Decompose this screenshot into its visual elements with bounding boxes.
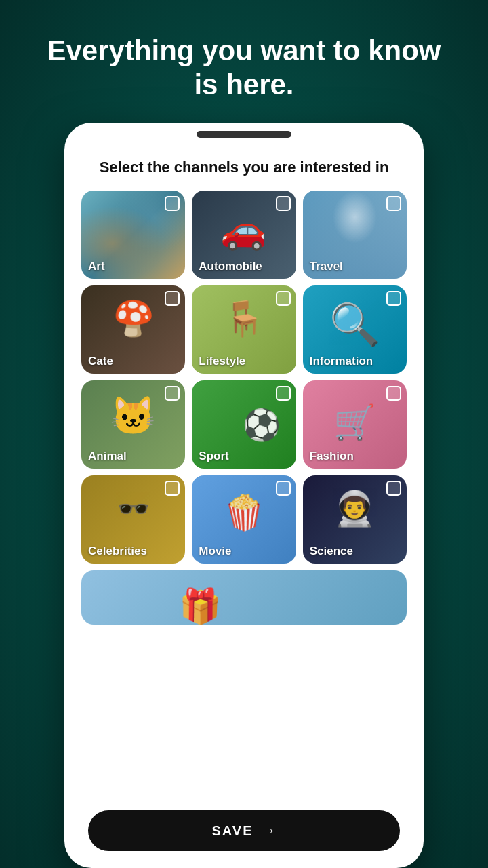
channel-card-lifestyle[interactable]: Lifestyle (192, 285, 296, 374)
channel-checkbox-automobile[interactable] (276, 196, 291, 211)
channel-card-fashion[interactable]: Fashion (303, 380, 407, 469)
channel-checkbox-sport[interactable] (276, 386, 291, 401)
channel-label-art: Art (81, 254, 112, 279)
channel-label-fashion: Fashion (303, 444, 361, 469)
channel-label-cate: Cate (81, 349, 120, 374)
channel-checkbox-lifestyle[interactable] (276, 291, 291, 306)
channel-checkbox-fashion[interactable] (386, 386, 401, 401)
channel-label-sport: Sport (192, 444, 235, 469)
channel-card-animal[interactable]: Animal (81, 380, 185, 469)
channel-card-information[interactable]: Information (303, 285, 407, 374)
phone-frame: Select the channels you are interested i… (64, 123, 424, 868)
channel-card-celebrities[interactable]: Celebrities (81, 475, 185, 564)
channel-card-cate[interactable]: Cate (81, 285, 185, 374)
channel-checkbox-movie[interactable] (276, 481, 291, 496)
header-text: Everything you want to know is here. (0, 0, 488, 123)
channel-label-movie: Movie (192, 539, 238, 564)
section-title: Select the channels you are interested i… (81, 158, 407, 178)
channel-label-information: Information (303, 349, 380, 374)
channel-label-science: Science (303, 539, 360, 564)
phone-notch (197, 131, 291, 138)
channel-label-lifestyle: Lifestyle (192, 349, 252, 374)
channel-card-science[interactable]: Science (303, 475, 407, 564)
channel-checkbox-celebrities[interactable] (165, 481, 180, 496)
channel-checkbox-cate[interactable] (165, 291, 180, 306)
channel-card-sport[interactable]: Sport (192, 380, 296, 469)
channel-label-animal: Animal (81, 444, 134, 469)
channels-grid: Art Automobile Travel Cate Lifestyle Inf… (81, 191, 407, 564)
channel-label-automobile: Automobile (192, 254, 269, 279)
save-arrow-icon: → (261, 822, 276, 840)
partial-channel-card[interactable] (81, 570, 407, 625)
channel-checkbox-animal[interactable] (165, 386, 180, 401)
channel-card-movie[interactable]: Movie (192, 475, 296, 564)
channel-checkbox-travel[interactable] (386, 196, 401, 211)
save-button[interactable]: SAVE → (88, 810, 400, 851)
phone-content: Select the channels you are interested i… (64, 138, 424, 868)
channel-checkbox-art[interactable] (165, 196, 180, 211)
channel-card-automobile[interactable]: Automobile (192, 191, 296, 279)
channel-card-travel[interactable]: Travel (303, 191, 407, 279)
channel-card-art[interactable]: Art (81, 191, 185, 279)
channel-checkbox-information[interactable] (386, 291, 401, 306)
channel-checkbox-science[interactable] (386, 481, 401, 496)
save-label: SAVE (212, 823, 253, 839)
channel-label-travel: Travel (303, 254, 350, 279)
channel-label-celebrities: Celebrities (81, 539, 154, 564)
